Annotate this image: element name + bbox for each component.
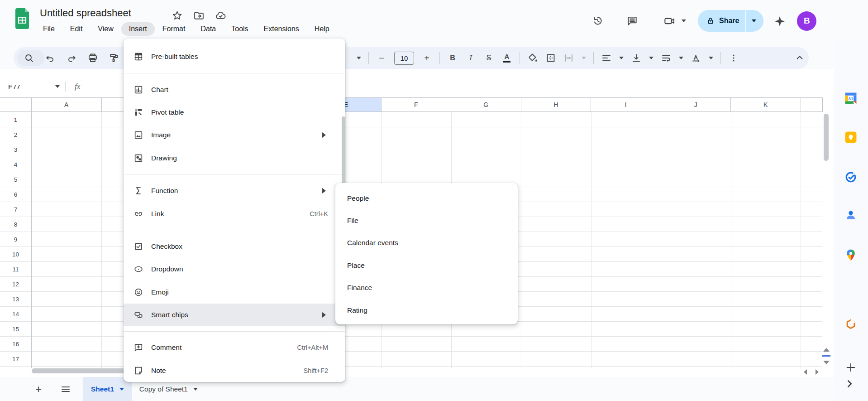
comments-icon[interactable]	[626, 15, 638, 27]
decrease-font-size-button[interactable]: −	[376, 53, 387, 63]
row-header-15[interactable]: 15	[0, 322, 31, 337]
insert-menu-item-image[interactable]: Image	[124, 124, 345, 146]
row-header-9[interactable]: 9	[0, 232, 31, 247]
smart-chips-item-file[interactable]: File	[335, 209, 518, 232]
google-contacts-icon[interactable]	[843, 207, 859, 223]
column-header-k[interactable]: K	[731, 98, 801, 111]
print-icon[interactable]	[87, 53, 98, 63]
insert-menu-item-dropdown[interactable]: Dropdown	[124, 258, 345, 280]
gemini-sparkle-icon[interactable]	[773, 15, 785, 27]
insert-menu-item-emoji[interactable]: Emoji	[124, 281, 345, 304]
google-calendar-icon[interactable]: 31	[843, 90, 859, 106]
column-header-j[interactable]: J	[661, 98, 731, 111]
row-header-17[interactable]: 17	[0, 352, 31, 367]
menubar-item-view[interactable]: View	[90, 22, 121, 36]
font-size-input[interactable]: 10	[394, 52, 414, 65]
menubar-item-data[interactable]: Data	[193, 22, 224, 36]
insert-menu-item-function[interactable]: Function	[124, 179, 345, 202]
insert-menu-scrollbar[interactable]	[342, 116, 345, 183]
row-header-6[interactable]: 6	[0, 187, 31, 202]
insert-menu-item-chart[interactable]: Chart	[124, 78, 345, 101]
menubar-item-tools[interactable]: Tools	[224, 22, 256, 36]
insert-menu-item-pivot-table[interactable]: Pivot table	[124, 101, 345, 124]
sheet-tab-menu-icon[interactable]	[119, 388, 124, 391]
avatar[interactable]: B	[797, 11, 816, 31]
horizontal-align-dropdown-icon[interactable]	[619, 57, 624, 59]
text-rotation-icon[interactable]	[691, 53, 701, 63]
insert-menu-item-smart-chips[interactable]: Smart chips	[124, 304, 345, 326]
insert-menu-item-link[interactable]: LinkCtrl+K	[124, 202, 345, 225]
document-title[interactable]: Untitled spreadsheet	[40, 7, 131, 19]
video-call-dropdown-icon[interactable]	[682, 19, 686, 22]
menubar-item-extensions[interactable]: Extensions	[256, 22, 307, 36]
italic-button[interactable]: I	[465, 53, 476, 63]
column-header-f[interactable]: F	[382, 98, 452, 111]
insert-menu-item-pre-built-tables[interactable]: Pre-built tables	[124, 45, 345, 68]
google-tasks-icon[interactable]	[843, 169, 859, 185]
get-addons-icon[interactable]	[843, 359, 859, 376]
share-button-main[interactable]: Share	[698, 10, 745, 32]
column-header-i[interactable]: I	[591, 98, 661, 111]
menubar-item-edit[interactable]: Edit	[62, 22, 91, 36]
select-all-corner[interactable]	[0, 98, 32, 111]
show-side-panel-icon[interactable]	[844, 378, 855, 390]
video-call-icon[interactable]	[663, 15, 675, 27]
row-header-13[interactable]: 13	[0, 292, 31, 307]
name-box[interactable]: E77	[8, 83, 55, 91]
horizontal-align-icon[interactable]	[601, 53, 612, 63]
menubar-item-help[interactable]: Help	[307, 22, 337, 36]
menubar-item-format[interactable]: Format	[155, 22, 193, 36]
column-header[interactable]	[801, 98, 823, 111]
text-rotation-dropdown-icon[interactable]	[709, 57, 713, 59]
search-icon[interactable]	[24, 53, 34, 63]
row-header-3[interactable]: 3	[0, 142, 31, 157]
all-sheets-icon[interactable]	[60, 383, 72, 395]
add-sheet-button[interactable]: +	[33, 383, 44, 395]
undo-icon[interactable]	[45, 53, 56, 63]
smart-chips-item-finance[interactable]: Finance	[335, 277, 518, 299]
smart-chips-item-calendar-events[interactable]: Calendar events	[335, 232, 518, 254]
smart-chips-item-people[interactable]: People	[335, 187, 518, 209]
google-keep-icon[interactable]	[843, 129, 859, 145]
column-header-g[interactable]: G	[451, 98, 521, 111]
vertical-scrollbar[interactable]	[824, 114, 829, 161]
star-icon[interactable]	[172, 10, 183, 22]
smart-chips-item-rating[interactable]: Rating	[335, 299, 518, 321]
borders-icon[interactable]	[545, 53, 556, 63]
row-header-4[interactable]: 4	[0, 157, 31, 172]
insert-menu-item-note[interactable]: NoteShift+F2	[124, 359, 345, 382]
more-options-icon[interactable]	[728, 53, 739, 63]
paint-format-icon[interactable]	[109, 53, 119, 63]
text-color-button[interactable]: A	[501, 53, 512, 63]
row-header-1[interactable]: 1	[0, 112, 31, 127]
zoom-dropdown-icon[interactable]	[357, 57, 361, 59]
name-box-dropdown-icon[interactable]	[55, 85, 60, 88]
addon-icon[interactable]	[843, 317, 859, 333]
menubar-item-insert[interactable]: Insert	[121, 22, 155, 36]
scroll-left-icon[interactable]	[804, 369, 807, 375]
column-header-a[interactable]: A	[32, 98, 102, 111]
vertical-align-dropdown-icon[interactable]	[649, 57, 653, 59]
strikethrough-button[interactable]: S	[483, 54, 494, 62]
share-button[interactable]: Share	[698, 10, 763, 32]
insert-menu-item-drawing[interactable]: Drawing	[124, 147, 345, 169]
scroll-up-icon[interactable]	[823, 348, 830, 352]
sheets-logo-icon[interactable]	[14, 8, 30, 29]
version-history-icon[interactable]	[592, 15, 604, 27]
move-folder-icon[interactable]	[193, 10, 205, 22]
smart-chips-item-place[interactable]: Place	[335, 254, 518, 276]
sheet-tab-menu-icon[interactable]	[193, 388, 198, 391]
row-header-10[interactable]: 10	[0, 247, 31, 262]
row-header-16[interactable]: 16	[0, 337, 31, 352]
column-header-h[interactable]: H	[521, 98, 591, 111]
cloud-saved-icon[interactable]	[215, 10, 227, 22]
fill-color-icon[interactable]	[527, 53, 538, 63]
row-header-12[interactable]: 12	[0, 277, 31, 292]
scroll-right-icon[interactable]	[816, 369, 819, 375]
hide-menus-icon[interactable]	[794, 52, 806, 63]
row-header-18[interactable]: 18	[0, 367, 31, 368]
increase-font-size-button[interactable]: +	[421, 53, 432, 63]
row-header-11[interactable]: 11	[0, 262, 31, 277]
vertical-align-icon[interactable]	[631, 53, 642, 63]
text-wrap-dropdown-icon[interactable]	[679, 57, 683, 59]
